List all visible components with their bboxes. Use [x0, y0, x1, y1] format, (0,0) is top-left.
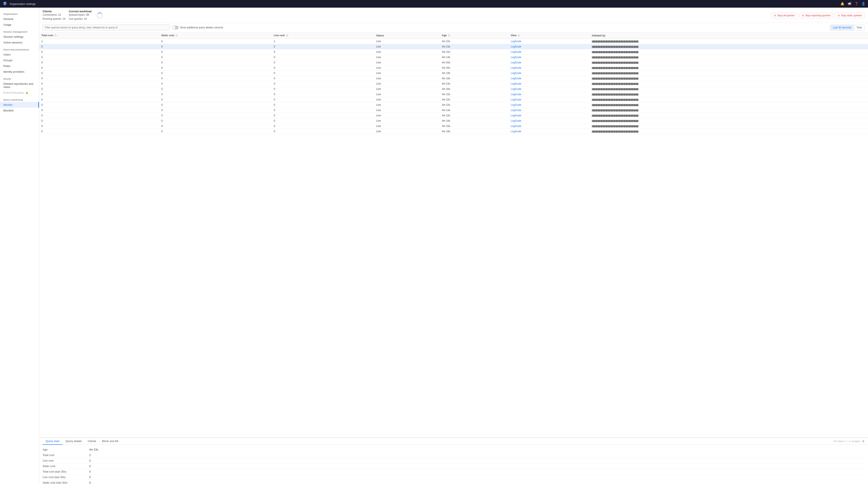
user-icon[interactable]: 👤: [862, 2, 865, 6]
cell-view[interactable]: LogScale: [508, 39, 590, 44]
table-row[interactable]: 0 0 0 Live 4m 16s LogScale: [39, 118, 868, 124]
query-table: Total cost ⓘ ↓ Static cost ⓘ Live cost ⓘ: [39, 32, 868, 134]
cell-view[interactable]: LogScale: [508, 92, 590, 97]
tab-clients[interactable]: Clients: [85, 438, 99, 445]
cell-total-cost: 0: [39, 92, 159, 97]
sidebar-section-assets: Assets: [0, 74, 39, 81]
col-static-cost[interactable]: Static cost ⓘ: [159, 32, 272, 39]
table-row[interactable]: 0 0 0 Live 4m 14s LogScale: [39, 55, 868, 60]
total-cost-sort-icon[interactable]: ↓: [58, 34, 59, 37]
col-age[interactable]: Age ⓘ: [440, 32, 508, 39]
sidebar-item-groups[interactable]: Groups: [0, 57, 39, 63]
topbar: Organization settings 🔔 📢 ❓ 👤: [0, 0, 868, 8]
cell-initiated-by: [590, 108, 868, 113]
col-view[interactable]: View ⓘ: [508, 32, 590, 39]
cell-view[interactable]: LogScale: [508, 113, 590, 118]
cell-live-cost: 0: [272, 55, 374, 60]
table-row[interactable]: 0 0 0 Live 4m 14s LogScale: [39, 108, 868, 113]
cell-age: 4m 22s: [440, 49, 508, 55]
alerts-icon[interactable]: 📢: [847, 2, 851, 6]
lock-icon: 🔒: [25, 91, 28, 94]
cell-initiated-by: [590, 39, 868, 44]
close-bottom-panel[interactable]: ✕: [862, 439, 865, 443]
cell-total-cost: 0: [39, 60, 159, 65]
cell-view[interactable]: LogScale: [508, 55, 590, 60]
cell-live-cost: 1: [272, 39, 374, 44]
cell-view[interactable]: LogScale: [508, 70, 590, 76]
filter-input[interactable]: [42, 25, 170, 31]
sidebar-item-users[interactable]: Users: [0, 52, 39, 57]
cell-live-cost: 0: [272, 129, 374, 134]
cell-age: 4m 23s: [440, 81, 508, 87]
tab-query-stats[interactable]: Query stats: [42, 438, 63, 445]
cell-view[interactable]: LogScale: [508, 102, 590, 108]
sidebar-item-monitor[interactable]: Monitor: [0, 102, 39, 108]
cell-live-cost: 0: [272, 81, 374, 87]
toggle-additional-details[interactable]: [172, 26, 179, 29]
cell-view[interactable]: LogScale: [508, 87, 590, 92]
cell-view[interactable]: LogScale: [508, 76, 590, 81]
cell-static-cost: 0: [159, 92, 272, 97]
help-icon[interactable]: ❓: [855, 2, 859, 6]
table-row[interactable]: 0 0 0 Live 4m 22s LogScale: [39, 49, 868, 55]
cell-view[interactable]: LogScale: [508, 129, 590, 134]
sidebar-item-general[interactable]: General: [0, 16, 39, 22]
stop-all-button[interactable]: ⊘ Stop all queries: [771, 13, 798, 18]
cell-initiated-by: [590, 65, 868, 70]
tab-nav-hint: Ctrl-Option-↑/↓ to navigate ✕: [833, 439, 865, 443]
time-btn-last30s[interactable]: Last 30 seconds: [830, 25, 854, 30]
sidebar-section-session: Session management: [0, 28, 39, 34]
cell-view[interactable]: LogScale: [508, 118, 590, 124]
stats-row: Live cost (last 30s) 0: [42, 475, 865, 480]
cell-live-cost: 0: [272, 124, 374, 129]
sidebar-item-blocklist[interactable]: Blocklist: [0, 108, 39, 113]
cell-age: 4m 16s: [440, 118, 508, 124]
col-live-cost[interactable]: Live cost ⓘ: [272, 32, 374, 39]
cell-view[interactable]: LogScale: [508, 81, 590, 87]
cell-view[interactable]: LogScale: [508, 44, 590, 49]
tab-block-and-kill[interactable]: Block and kill: [99, 438, 121, 445]
cell-initiated-by: [590, 113, 868, 118]
table-row[interactable]: 0 0 0 Live 4m 23s LogScale: [39, 81, 868, 87]
tab-query-details[interactable]: Query details: [63, 438, 85, 445]
cell-view[interactable]: LogScale: [508, 108, 590, 113]
table-row[interactable]: 0 0 0 Live 4m 22s LogScale: [39, 113, 868, 118]
table-row[interactable]: 0 0 0 Live 4m 16s LogScale: [39, 129, 868, 134]
table-row[interactable]: 0 0 0 Live 4m 16s LogScale: [39, 124, 868, 129]
table-row[interactable]: 0 0 0 Live 4m 22s LogScale: [39, 92, 868, 97]
stats-row: Static cost 0: [42, 463, 865, 469]
table-row[interactable]: 0 0 0 Live 4m 20s LogScale: [39, 87, 868, 92]
table-row[interactable]: 0 0 0 Live 4m 20s LogScale: [39, 60, 868, 65]
cell-status: Live: [374, 129, 440, 134]
cell-view[interactable]: LogScale: [508, 97, 590, 102]
cell-status: Live: [374, 92, 440, 97]
table-row[interactable]: 0 0 0 Live 4m 22s LogScale: [39, 102, 868, 108]
sidebar-item-active-sessions[interactable]: Active sessions: [0, 40, 39, 46]
cell-view[interactable]: LogScale: [508, 124, 590, 129]
table-row[interactable]: 0 0 0 Live 4m 16s LogScale: [39, 76, 868, 81]
table-row[interactable]: 0 0 0 Live 4m 20s LogScale: [39, 65, 868, 70]
sidebar-item-usage[interactable]: Usage: [0, 22, 39, 28]
cell-status: Live: [374, 44, 440, 49]
sidebar-item-deleted-repos[interactable]: Deleted repositories and views: [0, 81, 39, 90]
app-logo: [3, 1, 7, 6]
stop-static-button[interactable]: ⊘ Stop static queries: [835, 13, 865, 18]
cell-view[interactable]: LogScale: [508, 49, 590, 55]
sidebar-item-roles[interactable]: Roles: [0, 63, 39, 69]
col-total-cost[interactable]: Total cost ⓘ ↓: [39, 32, 159, 39]
cell-initiated-by: [590, 118, 868, 124]
cell-initiated-by: [590, 44, 868, 49]
cell-view[interactable]: LogScale: [508, 60, 590, 65]
sidebar-item-identity-providers[interactable]: Identity providers: [0, 69, 39, 74]
time-btn-total[interactable]: Total: [854, 25, 864, 30]
stop-exporting-button[interactable]: ⊘ Stop exporting queries: [799, 13, 833, 18]
notifications-icon[interactable]: 🔔: [840, 2, 844, 6]
cell-total-cost: 0: [39, 108, 159, 113]
cell-view[interactable]: LogScale: [508, 65, 590, 70]
sidebar-item-session-settings[interactable]: Session settings: [0, 34, 39, 40]
table-row[interactable]: 0 0 0 Live 4m 19s LogScale: [39, 70, 868, 76]
cell-total-cost: 0: [39, 129, 159, 134]
table-row[interactable]: 0 0 0 Live 4m 23s LogScale: [39, 44, 868, 49]
table-row[interactable]: 0 0 0 Live 4m 22s LogScale: [39, 97, 868, 102]
table-row[interactable]: 1 0 1 Live 4m 22s LogScale: [39, 39, 868, 44]
